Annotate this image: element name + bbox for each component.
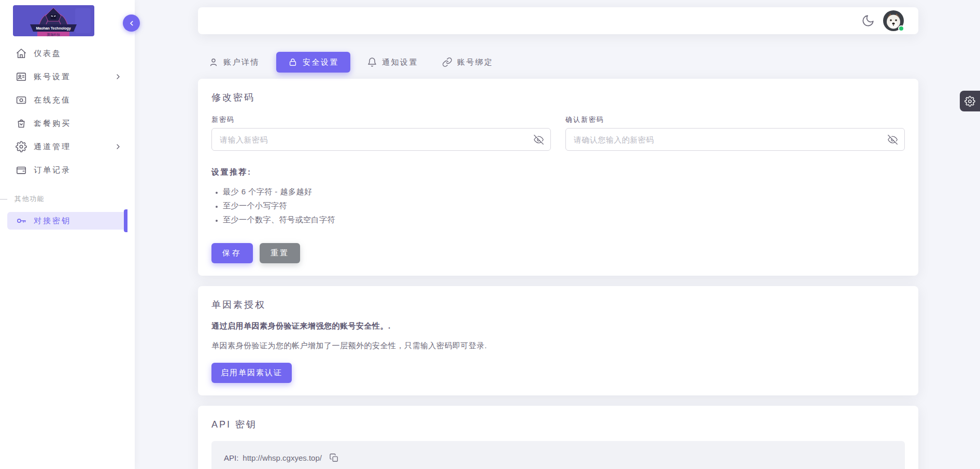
recommendation-item: 最少 6 个字符 - 越多越好 — [223, 184, 905, 198]
lock-icon — [288, 57, 298, 67]
confirm-password-label: 确认新密码 — [565, 115, 905, 124]
sfa-title: 单因素授权 — [211, 299, 905, 311]
tab-security[interactable]: 安全设置 — [276, 52, 350, 73]
gear-icon — [16, 141, 27, 152]
brand-logo-image: Maohan Technology 茂瀚科技 — [13, 5, 94, 36]
toggle-new-password-visibility-button[interactable] — [534, 134, 544, 145]
sidebar-item-order-records[interactable]: 订单记录 — [7, 161, 127, 179]
user-icon — [208, 57, 219, 67]
id-card-icon — [16, 71, 27, 82]
moon-icon — [861, 14, 875, 27]
sidebar-item-package-purchase[interactable]: 套餐购买 — [7, 115, 127, 132]
sidebar-item-online-recharge[interactable]: 在线充值 — [7, 91, 127, 109]
settings-tabs: 账户详情安全设置通知设置账号绑定 — [198, 52, 918, 73]
sidebar-item-channel-manage[interactable]: 通道管理 — [7, 138, 127, 155]
new-password-label: 新密码 — [211, 115, 551, 124]
tab-account-details[interactable]: 账户详情 — [201, 52, 267, 73]
sfa-description-text: 单因素身份验证为您的帐户增加了一层额外的安全性，只需输入密码即可登录. — [211, 341, 905, 351]
sidebar-item-label: 对接密钥 — [34, 216, 71, 226]
brand-subtitle: 茂瀚科技 — [47, 33, 61, 37]
eye-off-icon — [534, 135, 544, 145]
tab-label: 安全设置 — [303, 58, 339, 67]
cash-icon — [16, 94, 27, 106]
bell-icon — [367, 57, 377, 67]
tab-binding[interactable]: 账号绑定 — [435, 52, 501, 73]
sidebar-collapse-button[interactable] — [123, 15, 140, 32]
tab-label: 账户详情 — [223, 58, 260, 67]
sidebar-item-account-settings[interactable]: 账号设置 — [7, 68, 127, 86]
single-factor-auth-card: 单因素授权 通过启用单因素身份验证来增强您的账号安全性。. 单因素身份验证为您的… — [198, 286, 918, 395]
link-icon — [442, 57, 452, 67]
recommendation-item: 至少一个数字、符号或空白字符 — [223, 212, 905, 226]
change-password-card: 修改密码 新密码 确认新密码 — [198, 79, 918, 276]
sidebar-item-label: 在线充值 — [34, 95, 71, 105]
eye-off-icon — [888, 135, 898, 145]
brand-title: Maohan Technology — [36, 26, 70, 31]
sidebar-menu-other: 对接密钥 — [0, 212, 135, 230]
key-icon — [16, 215, 27, 226]
sidebar-item-label: 账号设置 — [34, 72, 71, 82]
api-label: API: — [224, 453, 238, 462]
confirm-password-input[interactable] — [565, 128, 905, 151]
recommendations-title: 设置推荐: — [211, 167, 905, 177]
change-password-title: 修改密码 — [211, 91, 905, 104]
tab-notifications[interactable]: 通知设置 — [360, 52, 425, 73]
active-item-indicator — [124, 209, 127, 232]
gear-icon — [964, 96, 975, 107]
wallet-icon — [16, 164, 27, 176]
recommendations-list: 最少 6 个字符 - 越多越好至少一个小写字符至少一个数字、符号或空白字符 — [223, 184, 905, 226]
api-url-text: http://whsp.cgxyes.top/ — [243, 453, 322, 462]
shopping-bag-icon — [16, 118, 27, 129]
sidebar: Maohan Technology 茂瀚科技 仪表盘账号设置在线充值套餐购买通道… — [0, 0, 135, 469]
enable-sfa-button[interactable]: 启用单因素认证 — [211, 363, 292, 383]
chevron-right-icon — [114, 143, 122, 151]
new-password-input[interactable] — [211, 128, 551, 151]
sidebar-item-label: 仪表盘 — [34, 49, 62, 59]
top-header-bar — [198, 7, 918, 34]
password-form: 新密码 确认新密码 — [211, 115, 905, 151]
recommendation-item: 至少一个小写字符 — [223, 198, 905, 212]
copy-icon — [329, 453, 339, 463]
toggle-confirm-password-visibility-button[interactable] — [888, 134, 898, 145]
save-button[interactable]: 保存 — [211, 243, 253, 263]
theme-toggle-button[interactable] — [861, 14, 875, 27]
sidebar-item-label: 订单记录 — [34, 165, 71, 175]
sfa-bold-text: 通过启用单因素身份验证来增强您的账号安全性。. — [211, 321, 905, 331]
api-key-title: API 密钥 — [211, 418, 905, 431]
sidebar-item-api-secret[interactable]: 对接密钥 — [7, 212, 127, 230]
chevron-left-icon — [127, 19, 136, 27]
copy-api-url-button[interactable] — [329, 453, 339, 463]
main-content: 账户详情安全设置通知设置账号绑定 修改密码 新密码 确认新密码 — [198, 7, 918, 469]
customizer-toggle-button[interactable] — [960, 91, 980, 111]
tab-label: 通知设置 — [382, 58, 418, 67]
chevron-right-icon — [114, 73, 122, 81]
home-icon — [16, 48, 27, 59]
reset-button[interactable]: 重置 — [260, 243, 300, 263]
online-status-badge — [898, 25, 904, 32]
tab-label: 账号绑定 — [457, 58, 493, 67]
sidebar-menu: 仪表盘账号设置在线充值套餐购买通道管理订单记录 — [0, 45, 135, 179]
api-key-card: API 密钥 API: http://whsp.cgxyes.top/ — [198, 406, 918, 469]
sidebar-section-label: 其他功能 — [0, 194, 135, 204]
user-avatar[interactable] — [883, 10, 904, 31]
sidebar-item-label: 通道管理 — [34, 142, 71, 152]
sidebar-item-label: 套餐购买 — [34, 119, 71, 129]
api-endpoint-row: API: http://whsp.cgxyes.top/ — [211, 441, 905, 469]
brand-logo[interactable]: Maohan Technology 茂瀚科技 — [13, 5, 94, 36]
sidebar-item-dashboard[interactable]: 仪表盘 — [7, 45, 127, 62]
